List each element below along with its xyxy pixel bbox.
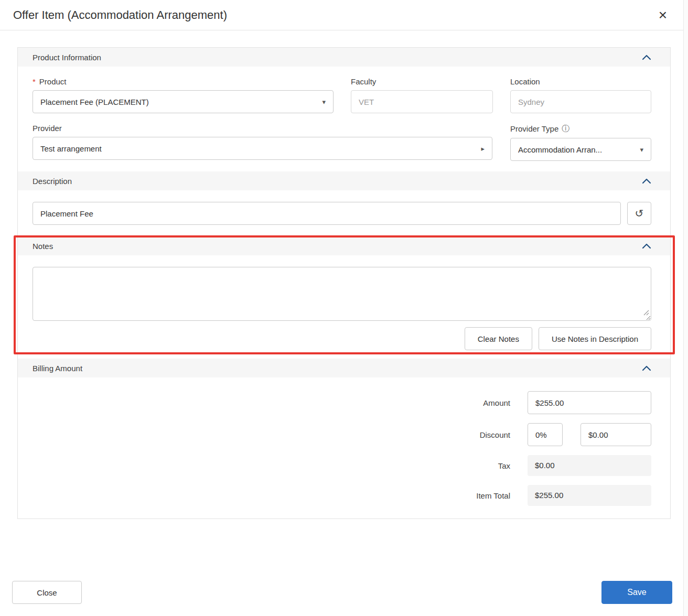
amount-row: Amount xyxy=(33,391,651,414)
notes-textarea-wrap xyxy=(33,267,651,321)
provider-type-label: Provider Type ⓘ xyxy=(510,124,651,134)
billing-body: Amount Discount Tax $0.00 xyxy=(18,377,670,518)
location-input[interactable] xyxy=(510,90,651,113)
section-header-notes[interactable]: Notes xyxy=(18,236,670,255)
discount-row: Discount xyxy=(33,423,651,446)
section-header-description[interactable]: Description xyxy=(18,171,670,190)
item-total-row: Item Total $255.00 xyxy=(33,485,651,506)
description-input[interactable] xyxy=(33,202,621,225)
use-notes-in-description-button[interactable]: Use Notes in Description xyxy=(539,327,651,350)
scrollbar[interactable] xyxy=(683,0,688,616)
section-title: Product Information xyxy=(33,53,101,62)
modal-footer: Close Save xyxy=(12,581,672,604)
chevron-down-icon: ▾ xyxy=(322,98,326,106)
provider-lookup[interactable]: Test arrangement ▸ xyxy=(33,137,492,160)
close-icon[interactable]: × xyxy=(659,8,667,23)
notes-body: Clear Notes Use Notes in Description xyxy=(18,255,670,359)
section-title: Notes xyxy=(33,242,53,251)
section-notes: Notes Clear Notes Use Notes in Descripti… xyxy=(18,236,670,359)
discount-amount-input[interactable] xyxy=(580,423,651,446)
product-field: *Product Placement Fee (PLACEMENT) ▾ xyxy=(33,77,334,113)
modal-header: Offer Item (Accommodation Arrangement) × xyxy=(0,0,688,30)
amount-label: Amount xyxy=(483,398,510,407)
faculty-input[interactable] xyxy=(351,90,493,113)
chevron-up-icon[interactable] xyxy=(642,177,651,186)
provider-type-field: Provider Type ⓘ Accommodation Arran... ▾ xyxy=(510,124,651,161)
amount-input[interactable] xyxy=(528,391,651,414)
chevron-down-icon: ▾ xyxy=(640,146,643,154)
tax-label: Tax xyxy=(498,461,510,470)
required-mark: * xyxy=(33,77,36,86)
tax-row: Tax $0.00 xyxy=(33,455,651,476)
location-label: Location xyxy=(510,77,651,86)
chevron-right-icon: ▸ xyxy=(481,145,485,153)
provider-label: Provider xyxy=(33,124,492,133)
provider-type-select-value: Accommodation Arran... xyxy=(518,145,602,154)
clear-notes-button[interactable]: Clear Notes xyxy=(465,327,532,350)
close-button[interactable]: Close xyxy=(12,581,82,604)
section-description: Description ↺ xyxy=(18,171,670,236)
provider-field: Provider Test arrangement ▸ xyxy=(33,124,492,161)
history-icon[interactable]: ↺ xyxy=(627,202,651,225)
notes-actions: Clear Notes Use Notes in Description xyxy=(33,327,651,350)
discount-percent-input[interactable] xyxy=(528,423,563,446)
section-title: Billing Amount xyxy=(33,364,82,373)
item-total-label: Item Total xyxy=(476,491,510,500)
product-select[interactable]: Placement Fee (PLACEMENT) ▾ xyxy=(33,90,334,113)
item-total-value: $255.00 xyxy=(528,485,651,506)
chevron-up-icon[interactable] xyxy=(642,242,651,251)
faculty-field: Faculty xyxy=(351,77,493,113)
faculty-label: Faculty xyxy=(351,77,493,86)
discount-label: Discount xyxy=(480,430,510,439)
product-select-value: Placement Fee (PLACEMENT) xyxy=(40,98,149,106)
discount-field xyxy=(528,423,651,446)
amount-field xyxy=(528,391,651,414)
provider-type-select[interactable]: Accommodation Arran... ▾ xyxy=(510,138,651,161)
form-card: Product Information *Product Placement F… xyxy=(17,47,671,519)
product-label: *Product xyxy=(33,77,334,86)
product-row-2: Provider Test arrangement ▸ Provider Typ… xyxy=(33,124,651,161)
provider-lookup-value: Test arrangement xyxy=(40,144,102,153)
section-header-product-information[interactable]: Product Information xyxy=(18,48,670,67)
modal-title: Offer Item (Accommodation Arrangement) xyxy=(13,8,227,22)
notes-textarea[interactable] xyxy=(33,267,651,321)
offer-item-modal: Offer Item (Accommodation Arrangement) ×… xyxy=(0,0,688,519)
section-product-information: Product Information *Product Placement F… xyxy=(18,48,670,171)
chevron-up-icon[interactable] xyxy=(642,364,651,373)
section-header-billing-amount[interactable]: Billing Amount xyxy=(18,359,670,377)
section-billing-amount: Billing Amount Amount Discount xyxy=(18,359,670,518)
save-button[interactable]: Save xyxy=(601,581,672,604)
product-row-1: *Product Placement Fee (PLACEMENT) ▾ Fac… xyxy=(33,77,651,113)
chevron-up-icon[interactable] xyxy=(642,53,651,62)
tax-value: $0.00 xyxy=(528,455,651,476)
location-field: Location xyxy=(510,77,651,113)
section-title: Description xyxy=(33,177,72,186)
info-icon: ⓘ xyxy=(562,124,569,134)
description-body: ↺ xyxy=(18,190,670,236)
product-information-body: *Product Placement Fee (PLACEMENT) ▾ Fac… xyxy=(18,67,670,171)
